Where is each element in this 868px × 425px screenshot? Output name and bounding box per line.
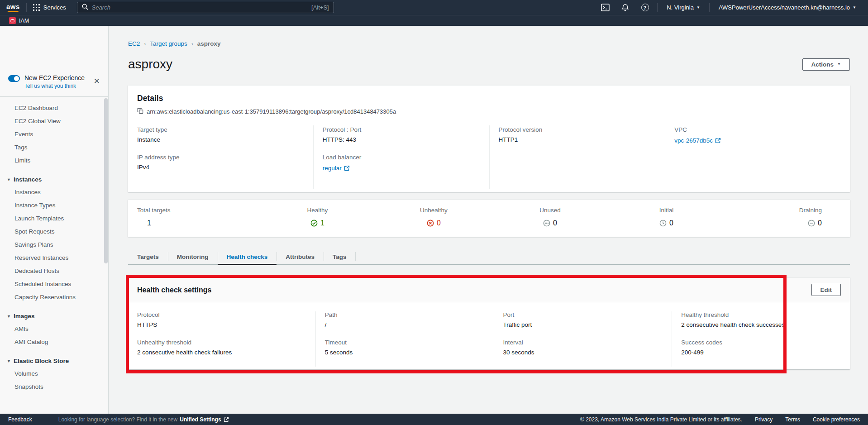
- field-label: Protocol: [137, 311, 306, 318]
- target-totals-card: Total targets 1 Healthy 1 Unhealthy 0 Un…: [128, 200, 850, 237]
- new-experience-toggle[interactable]: [8, 75, 20, 82]
- sidebar-item-instance-types[interactable]: Instance Types: [0, 199, 108, 212]
- field-value: 2 consecutive health check failures: [137, 349, 306, 356]
- field-value: 5 seconds: [325, 349, 485, 356]
- active-tab-underline: [218, 264, 277, 265]
- total-targets-stat: Total targets 1: [137, 207, 259, 229]
- feedback-link[interactable]: Feedback: [8, 416, 32, 423]
- draining-minus-icon: [808, 220, 815, 227]
- field-label: Path: [325, 311, 485, 318]
- target-group-arn: arn:aws:elasticloadbalancing:us-east-1:3…: [147, 108, 396, 115]
- field-value: Instance: [137, 136, 304, 143]
- sidebar-item-snapshots[interactable]: Snapshots: [0, 380, 108, 393]
- region-selector[interactable]: N. Virginia ▼: [662, 0, 705, 15]
- sidebar-group-elastic-block-store[interactable]: ▼ Elastic Block Store: [0, 355, 108, 367]
- field-label: Interval: [503, 339, 663, 346]
- tab-monitoring[interactable]: Monitoring: [168, 250, 218, 264]
- aws-logo[interactable]: aws: [6, 3, 20, 12]
- sidebar-group-instances[interactable]: ▼ Instances: [0, 173, 108, 186]
- sidebar-item-limits[interactable]: Limits: [0, 154, 108, 167]
- cookie-preferences-link[interactable]: Cookie preferences: [813, 416, 860, 423]
- field-value: HTTPS: [137, 321, 306, 328]
- region-label: N. Virginia: [667, 4, 694, 11]
- sidebar-group-images[interactable]: ▼ Images: [0, 310, 108, 322]
- field-label: Protocol version: [499, 126, 656, 133]
- chevron-down-icon: ▼: [853, 6, 856, 10]
- sidebar-scrollbar[interactable]: [104, 98, 108, 263]
- unhealthy-stat: Unhealthy 0: [376, 207, 492, 229]
- unused-stat: Unused 0: [492, 207, 608, 229]
- sidebar-item-reserved-instances[interactable]: Reserved Instances: [0, 251, 108, 264]
- chevron-down-icon: ▼: [7, 314, 11, 319]
- sidebar-item-scheduled-instances[interactable]: Scheduled Instances: [0, 277, 108, 291]
- field-value: 2 consecutive health check successes: [681, 321, 841, 328]
- load-balancer-link[interactable]: regular: [323, 165, 350, 172]
- terms-link[interactable]: Terms: [785, 416, 800, 423]
- divider: [657, 3, 658, 12]
- sidebar-item-dedicated-hosts[interactable]: Dedicated Hosts: [0, 264, 108, 277]
- notifications-bell-icon[interactable]: [617, 0, 633, 15]
- help-icon[interactable]: ?: [637, 0, 653, 15]
- tab-targets[interactable]: Targets: [128, 250, 168, 264]
- external-link-icon: [344, 165, 350, 171]
- field-value: IPv4: [137, 164, 304, 171]
- search-input[interactable]: [92, 4, 308, 11]
- tab-health-checks[interactable]: Health checks: [218, 250, 277, 264]
- tab-attributes[interactable]: Attributes: [277, 250, 324, 264]
- breadcrumb-current: asproxy: [197, 40, 221, 47]
- breadcrumb-target-groups[interactable]: Target groups: [150, 40, 187, 47]
- sidebar-item-ec2-global-view[interactable]: EC2 Global View: [0, 115, 108, 128]
- services-grid-icon: [33, 4, 40, 11]
- chevron-down-icon: ▼: [7, 177, 11, 182]
- breadcrumb: EC2 › Target groups › asproxy: [128, 40, 850, 47]
- initial-clock-icon: [659, 220, 667, 227]
- details-card: Details arn:aws:elasticloadbalancing:us-…: [128, 85, 850, 192]
- edit-button[interactable]: Edit: [811, 284, 841, 296]
- favorite-iam-link[interactable]: IAM: [9, 17, 29, 24]
- account-label: AWSPowerUserAccess/navaneeth.kn@harness.…: [719, 4, 850, 11]
- chevron-down-icon: ▼: [837, 62, 841, 66]
- account-menu[interactable]: AWSPowerUserAccess/navaneeth.kn@harness.…: [714, 0, 861, 15]
- tab-bar: Targets Monitoring Health checks Attribu…: [128, 250, 850, 265]
- breadcrumb-ec2[interactable]: EC2: [128, 40, 140, 47]
- copy-icon[interactable]: [137, 108, 143, 115]
- new-ec2-experience-panel: New EC2 Experience Tell us what you thin…: [0, 69, 108, 95]
- vpc-link[interactable]: vpc-2657db5c: [674, 137, 721, 144]
- health-check-settings-card: Health check settings Edit ProtocolHTTPS…: [128, 277, 850, 369]
- field-label: VPC: [674, 126, 832, 133]
- healthy-stat: Healthy 1: [259, 207, 376, 229]
- privacy-link[interactable]: Privacy: [755, 416, 773, 423]
- main-content: EC2 › Target groups › asproxy asproxy Ac…: [109, 26, 868, 414]
- unified-settings-link[interactable]: Unified Settings: [180, 416, 221, 423]
- field-label: Unhealthy threshold: [137, 339, 306, 346]
- divider: [0, 96, 108, 97]
- sidebar-item-ec2-dashboard[interactable]: EC2 Dashboard: [0, 101, 108, 115]
- sidebar-item-capacity-reservations[interactable]: Capacity Reservations: [0, 291, 108, 304]
- sidebar-item-spot-requests[interactable]: Spot Requests: [0, 225, 108, 238]
- iam-service-icon: [9, 17, 16, 24]
- sidebar-item-instances[interactable]: Instances: [0, 186, 108, 199]
- sidebar-item-amis[interactable]: AMIs: [0, 322, 108, 335]
- sidebar-item-launch-templates[interactable]: Launch Templates: [0, 212, 108, 225]
- services-menu-button[interactable]: Services: [27, 0, 72, 15]
- sidebar-item-savings-plans[interactable]: Savings Plans: [0, 238, 108, 251]
- cloudshell-icon[interactable]: [597, 0, 613, 15]
- breadcrumb-separator: ›: [191, 41, 193, 47]
- details-heading: Details: [137, 94, 841, 103]
- sidebar-item-events[interactable]: Events: [0, 128, 108, 141]
- breadcrumb-separator: ›: [144, 41, 146, 47]
- global-search[interactable]: [Alt+S]: [77, 2, 334, 13]
- tell-us-link[interactable]: Tell us what you think: [24, 83, 92, 89]
- draining-stat: Draining 0: [725, 207, 841, 229]
- tab-tags[interactable]: Tags: [324, 250, 356, 264]
- services-label: Services: [43, 4, 66, 11]
- iam-label: IAM: [19, 18, 29, 24]
- sidebar-item-ami-catalog[interactable]: AMI Catalog: [0, 335, 108, 349]
- actions-button[interactable]: Actions ▼: [802, 58, 850, 71]
- search-icon: [82, 4, 88, 12]
- external-link-icon: [224, 417, 229, 422]
- field-value: HTTP1: [499, 136, 656, 143]
- sidebar-item-tags[interactable]: Tags: [0, 141, 108, 154]
- sidebar-item-volumes[interactable]: Volumes: [0, 367, 108, 380]
- close-icon[interactable]: ✕: [92, 76, 102, 87]
